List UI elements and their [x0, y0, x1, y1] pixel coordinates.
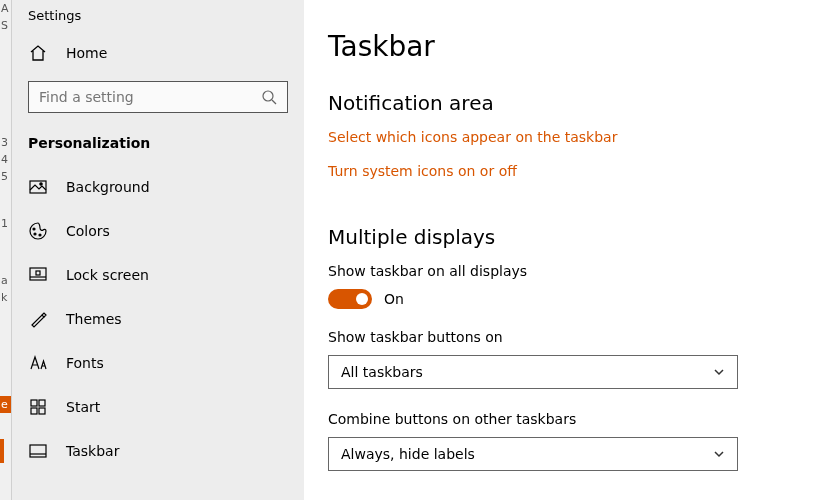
image-icon — [28, 177, 48, 197]
svg-point-4 — [34, 233, 36, 235]
toggle-state-label: On — [384, 291, 404, 307]
label-show-all-displays: Show taskbar on all displays — [328, 263, 776, 279]
left-edge-strip: A S 3 4 5 1 a k e — [0, 0, 12, 500]
svg-rect-10 — [31, 408, 37, 414]
svg-point-3 — [33, 228, 35, 230]
home-label: Home — [66, 45, 107, 61]
toggle-show-all-displays[interactable] — [328, 289, 372, 309]
sidebar-item-label: Themes — [66, 311, 122, 327]
svg-rect-11 — [39, 408, 45, 414]
chevron-down-icon — [713, 366, 725, 378]
svg-point-5 — [39, 234, 41, 236]
search-icon — [261, 89, 277, 105]
select-value: Always, hide labels — [341, 446, 475, 462]
link-select-icons[interactable]: Select which icons appear on the taskbar — [328, 129, 776, 145]
label-combine: Combine buttons on other taskbars — [328, 411, 776, 427]
fonts-icon — [28, 353, 48, 373]
themes-icon — [28, 309, 48, 329]
svg-point-2 — [40, 183, 42, 185]
svg-rect-12 — [30, 445, 46, 457]
select-value: All taskbars — [341, 364, 423, 380]
chevron-down-icon — [713, 448, 725, 460]
sidebar-item-colors[interactable]: Colors — [12, 209, 304, 253]
sidebar-item-fonts[interactable]: Fonts — [12, 341, 304, 385]
sidebar-item-taskbar[interactable]: Taskbar — [12, 429, 304, 473]
svg-rect-8 — [31, 400, 37, 406]
toggle-knob — [356, 293, 368, 305]
sidebar-item-label: Fonts — [66, 355, 104, 371]
sidebar: Settings Home Personalization Background — [12, 0, 304, 500]
sidebar-item-label: Colors — [66, 223, 110, 239]
select-buttons-on[interactable]: All taskbars — [328, 355, 738, 389]
select-combine[interactable]: Always, hide labels — [328, 437, 738, 471]
section-heading-displays: Multiple displays — [328, 225, 776, 249]
app-title: Settings — [12, 8, 304, 33]
start-icon — [28, 397, 48, 417]
svg-point-0 — [263, 91, 273, 101]
svg-rect-7 — [36, 271, 40, 275]
palette-icon — [28, 221, 48, 241]
svg-rect-9 — [39, 400, 45, 406]
sidebar-item-lockscreen[interactable]: Lock screen — [12, 253, 304, 297]
search-input[interactable] — [39, 89, 261, 105]
sidebar-item-themes[interactable]: Themes — [12, 297, 304, 341]
taskbar-icon — [28, 441, 48, 461]
lockscreen-icon — [28, 265, 48, 285]
home-icon — [28, 43, 48, 63]
section-label: Personalization — [12, 127, 304, 165]
link-system-icons[interactable]: Turn system icons on or off — [328, 163, 776, 179]
label-buttons-on: Show taskbar buttons on — [328, 329, 776, 345]
sidebar-item-background[interactable]: Background — [12, 165, 304, 209]
search-box[interactable] — [28, 81, 288, 113]
sidebar-item-label: Lock screen — [66, 267, 149, 283]
home-button[interactable]: Home — [12, 33, 304, 73]
page-title: Taskbar — [328, 30, 776, 63]
sidebar-item-start[interactable]: Start — [12, 385, 304, 429]
sidebar-item-label: Taskbar — [66, 443, 119, 459]
svg-rect-6 — [30, 268, 46, 280]
main-content: Taskbar Notification area Select which i… — [304, 0, 816, 500]
section-heading-notification: Notification area — [328, 91, 776, 115]
sidebar-item-label: Background — [66, 179, 150, 195]
sidebar-item-label: Start — [66, 399, 100, 415]
